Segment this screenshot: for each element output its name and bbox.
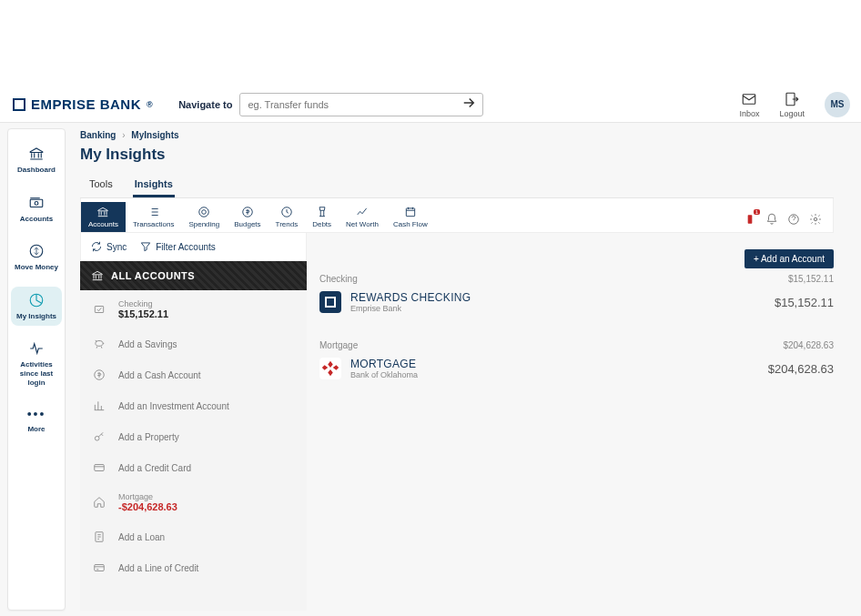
chevron-right-icon: › — [122, 130, 125, 140]
money-icon — [28, 195, 45, 211]
nav-accounts[interactable]: Accounts — [11, 189, 62, 229]
nav-my-insights[interactable]: My Insights — [11, 287, 62, 327]
tb-debts[interactable]: Debts — [305, 202, 339, 232]
navigate-to-label: Navigate to — [178, 99, 232, 110]
target-icon — [198, 206, 210, 218]
side-actions: Sync Filter Accounts — [80, 233, 307, 261]
tb-spending[interactable]: Spending — [181, 202, 227, 232]
search-box[interactable] — [239, 93, 483, 116]
tab-tools[interactable]: Tools — [87, 173, 115, 197]
svg-point-7 — [202, 210, 207, 215]
svg-rect-11 — [748, 215, 753, 223]
chart-icon — [93, 399, 106, 412]
logout-label: Logout — [779, 109, 805, 118]
logo-text: EMPRISE BANK — [31, 96, 141, 112]
budget-icon — [241, 206, 254, 218]
piggy-icon — [93, 338, 106, 350]
logo[interactable]: EMPRISE BANK® — [13, 96, 153, 112]
side-add-savings[interactable]: Add a Savings — [80, 328, 307, 359]
clock-icon — [280, 206, 293, 218]
logout-button[interactable]: Logout — [779, 91, 805, 118]
debt-icon — [316, 206, 329, 218]
bok-logo-icon — [319, 358, 341, 379]
check-icon — [93, 303, 106, 316]
tb-trends[interactable]: Trends — [268, 202, 306, 232]
category-checking-header: Checking $15,152.11 — [319, 274, 834, 284]
nav-dashboard[interactable]: Dashboard — [11, 140, 62, 180]
tb-accounts[interactable]: Accounts — [81, 202, 126, 232]
loan-icon — [93, 530, 106, 543]
search-input[interactable] — [240, 95, 461, 115]
crumb-banking[interactable]: Banking — [80, 130, 116, 140]
key-icon — [93, 430, 106, 443]
emprise-logo-icon — [319, 291, 341, 313]
sync-button[interactable]: Sync — [90, 240, 127, 253]
help-icon[interactable] — [787, 213, 800, 228]
side-add-cash[interactable]: Add a Cash Account — [80, 359, 307, 390]
list-icon — [147, 206, 160, 218]
svg-point-16 — [95, 436, 99, 440]
svg-rect-19 — [95, 565, 105, 571]
add-account-button[interactable]: + Add an Account — [745, 249, 834, 268]
arrow-right-icon[interactable] — [461, 95, 477, 115]
main-tabs: Tools Insights — [80, 173, 834, 198]
pie-icon — [28, 292, 45, 308]
gear-icon[interactable] — [809, 213, 822, 228]
cash-icon — [93, 369, 106, 381]
all-accounts-header[interactable]: ALL ACCOUNTS — [80, 261, 307, 290]
bell-icon[interactable] — [765, 213, 778, 228]
dots-icon: ••• — [27, 407, 46, 421]
svg-rect-10 — [406, 208, 414, 217]
tab-insights[interactable]: Insights — [133, 173, 175, 197]
bank-icon — [96, 206, 109, 218]
breadcrumb: Banking › MyInsights — [80, 130, 834, 140]
crumb-myinsights[interactable]: MyInsights — [131, 130, 178, 140]
account-rewards-checking[interactable]: REWARDS CHECKING Emprise Bank $15,152.11 — [319, 288, 834, 328]
alerts-icon[interactable]: 1 — [744, 213, 756, 228]
activity-icon — [28, 340, 45, 357]
side-add-credit[interactable]: Add a Credit Card — [80, 452, 307, 483]
filter-button[interactable]: Filter Accounts — [139, 240, 216, 253]
side-checking[interactable]: Checking $15,152.11 — [80, 290, 307, 328]
svg-rect-0 — [744, 94, 756, 104]
svg-point-6 — [199, 207, 209, 217]
left-nav: Dashboard Accounts Move Money My Insight… — [7, 128, 66, 611]
bank-icon — [91, 269, 104, 282]
logo-mark-icon — [13, 98, 25, 111]
avatar[interactable]: MS — [825, 92, 850, 117]
logout-icon — [784, 91, 800, 107]
side-account-list: Checking $15,152.11 Add a Savings Add a … — [80, 290, 307, 611]
inbox-button[interactable]: Inbox — [739, 91, 759, 118]
account-mortgage[interactable]: MORTGAGE Bank of Oklahoma $204,628.63 — [319, 354, 834, 394]
calendar-icon — [404, 206, 417, 218]
nav-move-money[interactable]: Move Money — [11, 237, 62, 278]
card-icon — [93, 461, 106, 474]
svg-point-13 — [814, 217, 817, 221]
bank-icon — [28, 146, 45, 162]
tb-cashflow[interactable]: Cash Flow — [386, 202, 435, 232]
page-title: My Insights — [80, 146, 834, 164]
category-mortgage-header: Mortgage $204,628.63 — [319, 340, 834, 350]
nav-activities[interactable]: Activities since last login — [11, 335, 62, 392]
side-mortgage[interactable]: Mortgage -$204,628.63 — [80, 483, 307, 521]
nav-more[interactable]: ••• More — [11, 401, 62, 439]
tb-budgets[interactable]: Budgets — [227, 202, 268, 232]
tb-transactions[interactable]: Transactions — [126, 202, 182, 232]
svg-point-3 — [35, 201, 38, 205]
side-add-investment[interactable]: Add an Investment Account — [80, 390, 307, 421]
side-add-property[interactable]: Add a Property — [80, 421, 307, 452]
networth-icon — [356, 206, 369, 218]
home-icon — [93, 496, 106, 509]
transfer-icon — [28, 243, 45, 259]
inbox-label: Inbox — [739, 109, 759, 118]
tb-networth[interactable]: Net Worth — [339, 202, 386, 232]
side-add-loan[interactable]: Add a Loan — [80, 521, 307, 552]
side-add-line[interactable]: Add a Line of Credit — [80, 552, 307, 583]
svg-rect-17 — [95, 465, 105, 471]
filter-icon — [139, 240, 152, 253]
card-icon — [93, 561, 106, 574]
svg-rect-2 — [30, 199, 43, 207]
svg-rect-14 — [95, 307, 103, 313]
insights-toolbar: Accounts Transactions Spending Budgets T… — [80, 198, 834, 233]
header-bar: EMPRISE BANK® Navigate to Inbox Logout M… — [0, 86, 861, 123]
